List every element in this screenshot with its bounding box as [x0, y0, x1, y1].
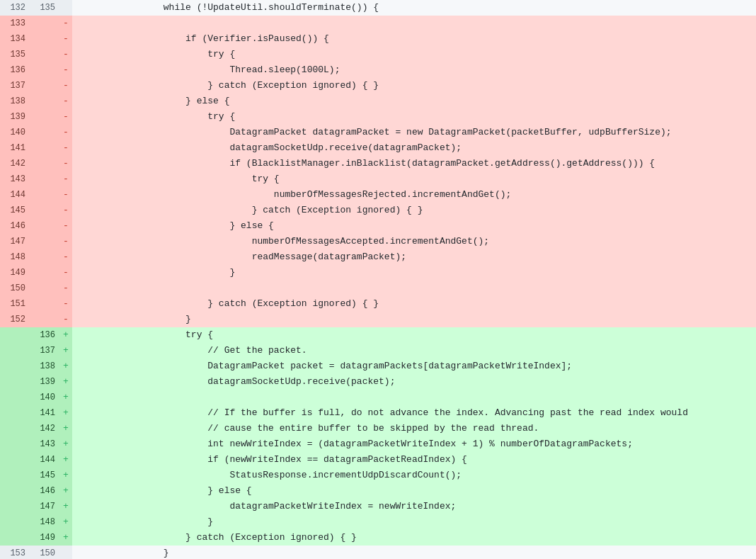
- old-line-number: 152: [0, 312, 30, 327]
- table-row: 133-: [0, 16, 756, 31]
- table-row: 152- }: [0, 312, 756, 327]
- table-row: 145- } catch (Exception ignored) { }: [0, 203, 756, 218]
- old-line-number: 146: [0, 218, 30, 234]
- old-line-number: 153: [0, 546, 30, 559]
- new-line-number: 138: [30, 358, 59, 374]
- new-line-number: [30, 62, 59, 78]
- diff-marker: -: [59, 265, 72, 281]
- table-row: 150-: [0, 281, 756, 296]
- new-line-number: [30, 234, 59, 249]
- old-line-number: [0, 374, 30, 390]
- new-line-number: 145: [30, 468, 59, 483]
- code-content: }: [72, 312, 756, 327]
- code-content: [72, 390, 756, 405]
- diff-marker: +: [59, 436, 72, 452]
- new-line-number: [30, 109, 59, 125]
- new-line-number: [30, 218, 59, 234]
- table-row: 153150 }: [0, 546, 756, 559]
- old-line-number: 133: [0, 16, 30, 31]
- diff-marker: +: [59, 327, 72, 343]
- diff-marker: -: [59, 156, 72, 171]
- code-content: DatagramPacket packet = datagramPackets[…: [72, 358, 756, 374]
- new-line-number: [30, 249, 59, 265]
- new-line-number: [30, 203, 59, 218]
- new-line-number: 148: [30, 514, 59, 530]
- diff-marker: -: [59, 140, 72, 156]
- table-row: 149- }: [0, 265, 756, 281]
- old-line-number: 151: [0, 296, 30, 312]
- old-line-number: [0, 452, 30, 468]
- old-line-number: 141: [0, 140, 30, 156]
- old-line-number: 145: [0, 203, 30, 218]
- code-content: Thread.sleep(1000L);: [72, 62, 756, 78]
- table-row: 135- try {: [0, 47, 756, 62]
- old-line-number: 140: [0, 125, 30, 140]
- code-content: datagramPacketWriteIndex = newWriteIndex…: [72, 499, 756, 514]
- table-row: 144- numberOfMessagesRejected.incrementA…: [0, 187, 756, 203]
- diff-marker: +: [59, 452, 72, 468]
- code-content: [72, 281, 756, 296]
- table-row: 140- DatagramPacket datagramPacket = new…: [0, 125, 756, 140]
- old-line-number: [0, 327, 30, 343]
- code-content: } catch (Exception ignored) { }: [72, 203, 756, 218]
- table-row: 132135 while (!UpdateUtil.shouldTerminat…: [0, 0, 756, 16]
- diff-marker: +: [59, 483, 72, 499]
- old-line-number: 148: [0, 249, 30, 265]
- code-content: datagramSocketUdp.receive(datagramPacket…: [72, 140, 756, 156]
- old-line-number: 132: [0, 0, 30, 16]
- old-line-number: [0, 514, 30, 530]
- new-line-number: [30, 156, 59, 171]
- new-line-number: 141: [30, 405, 59, 421]
- code-content: numberOfMessagesRejected.incrementAndGet…: [72, 187, 756, 203]
- new-line-number: 142: [30, 421, 59, 436]
- code-content: while (!UpdateUtil.shouldTerminate()) {: [72, 0, 756, 16]
- new-line-number: [30, 94, 59, 109]
- old-line-number: [0, 390, 30, 405]
- diff-marker: -: [59, 296, 72, 312]
- old-line-number: 144: [0, 187, 30, 203]
- diff-marker: -: [59, 109, 72, 125]
- old-line-number: [0, 499, 30, 514]
- table-row: 148- readMessage(datagramPacket);: [0, 249, 756, 265]
- diff-marker: +: [59, 358, 72, 374]
- code-content: try {: [72, 47, 756, 62]
- code-content: try {: [72, 171, 756, 187]
- table-row: 137- } catch (Exception ignored) { }: [0, 78, 756, 94]
- diff-marker: +: [59, 530, 72, 546]
- diff-marker: +: [59, 374, 72, 390]
- new-line-number: 139: [30, 374, 59, 390]
- code-content: }: [72, 514, 756, 530]
- table-row: 138- } else {: [0, 94, 756, 109]
- table-row: 146- } else {: [0, 218, 756, 234]
- new-line-number: [30, 281, 59, 296]
- diff-marker: [59, 546, 72, 559]
- new-line-number: [30, 265, 59, 281]
- code-content: readMessage(datagramPacket);: [72, 249, 756, 265]
- code-content: }: [72, 265, 756, 281]
- old-line-number: 147: [0, 234, 30, 249]
- old-line-number: [0, 405, 30, 421]
- table-row: 143- try {: [0, 171, 756, 187]
- diff-marker: -: [59, 47, 72, 62]
- table-row: 139- try {: [0, 109, 756, 125]
- code-content: } catch (Exception ignored) { }: [72, 530, 756, 546]
- diff-marker: -: [59, 78, 72, 94]
- old-line-number: [0, 358, 30, 374]
- code-content: // If the buffer is full, do not advance…: [72, 405, 756, 421]
- old-line-number: [0, 436, 30, 452]
- code-content: } catch (Exception ignored) { }: [72, 296, 756, 312]
- table-row: 136- Thread.sleep(1000L);: [0, 62, 756, 78]
- new-line-number: [30, 296, 59, 312]
- new-line-number: [30, 171, 59, 187]
- new-line-number: 136: [30, 327, 59, 343]
- new-line-number: 143: [30, 436, 59, 452]
- diff-marker: -: [59, 187, 72, 203]
- new-line-number: 140: [30, 390, 59, 405]
- diff-marker: +: [59, 343, 72, 358]
- diff-marker: +: [59, 405, 72, 421]
- old-line-number: 150: [0, 281, 30, 296]
- diff-table: 132135 while (!UpdateUtil.shouldTerminat…: [0, 0, 756, 559]
- code-content: // Get the packet.: [72, 343, 756, 358]
- new-line-number: [30, 140, 59, 156]
- table-row: 148+ }: [0, 514, 756, 530]
